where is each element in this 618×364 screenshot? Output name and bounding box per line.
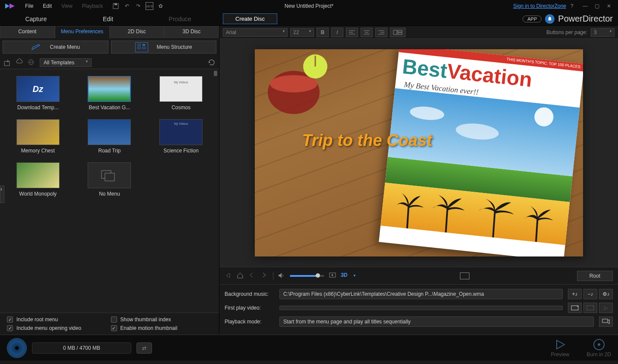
save-icon[interactable] [112,2,120,10]
template-item-dz[interactable]: DzDownload Temp... [9,76,67,111]
template-label: Memory Chest [9,148,67,154]
sub-tab-content[interactable]: Content [0,26,55,38]
buttons-per-page-dropdown[interactable]: 3 [591,28,615,37]
template-label: World Monopoly [9,191,67,197]
playback-mode-input[interactable]: Start from the menu page and play all ti… [279,317,594,327]
align-center-button[interactable] [361,28,373,37]
template-item-nomenu[interactable]: No Menu [80,162,139,197]
template-item-vacation[interactable]: Best Vacation G... [80,76,139,111]
display-mode-icon[interactable] [460,272,469,279]
bold-button[interactable]: B [317,28,329,37]
signin-link[interactable]: Sign in to DirectorZone [513,3,566,9]
svg-rect-25 [398,33,402,35]
mode-tab-capture[interactable]: Capture [0,13,72,25]
template-label: No Menu [80,191,139,197]
align-left-button[interactable] [346,28,358,37]
svg-rect-23 [393,30,397,35]
play-video-button: ▷ [599,303,613,313]
svg-point-30 [409,105,445,121]
menubar: File Edit View Playback ↶ ↷ 16:9 ✿ New U… [0,0,618,12]
template-filter-dropdown[interactable]: All Templates [40,58,92,67]
checkbox-opening-video[interactable] [7,325,13,331]
notification-bell-icon[interactable] [545,14,555,24]
create-menu-button[interactable]: Create Menu [3,41,108,54]
preview-button[interactable]: Preview [551,339,570,358]
play-icon [554,339,566,351]
3d-toggle-icon[interactable]: 3D [341,272,349,280]
add-video-button[interactable]: + [568,303,582,313]
remove-music-button[interactable]: −♪ [583,289,597,299]
font-size-dropdown[interactable]: 22 [290,28,314,37]
first-play-input[interactable] [279,306,563,310]
remove-video-button: − [583,303,597,313]
magazine-graphic: THIS MONTH'S TOPIC: TOP 100 PLACES BestV… [379,49,583,256]
mode-tab-edit[interactable]: Edit [72,13,144,25]
scrollbar[interactable] [214,69,218,313]
menu-playback: Playback [78,1,108,11]
redo-icon[interactable]: ↷ [134,2,142,10]
template-item-roadtrip[interactable]: Road Trip [80,119,139,154]
refresh-icon[interactable] [208,59,216,66]
burn-disc-icon [593,339,605,351]
create-disc-button[interactable]: Create Disc [223,13,277,24]
font-dropdown[interactable]: Arial [223,28,288,37]
template-label: Road Trip [80,148,139,154]
aspect-ratio-icon[interactable]: 16:9 [146,2,153,10]
svg-text:−: − [592,305,594,308]
preview-canvas[interactable]: THIS MONTH'S TOPIC: TOP 100 PLACES BestV… [255,49,583,256]
menu-structure-button[interactable]: Menu Structure [111,41,217,54]
nav-back-icon[interactable] [225,272,232,280]
home-icon[interactable] [237,272,244,280]
template-item-memory[interactable]: Memory Chest [9,119,67,154]
volume-slider[interactable] [290,275,324,277]
buttons-per-page-label: Buttons per page: [546,29,587,35]
menu-structure-label: Menu Structure [157,44,192,50]
template-item-cosmos[interactable]: My VideosCosmos [152,76,210,111]
italic-button[interactable]: I [331,28,343,37]
undo-icon[interactable]: ↶ [123,2,131,10]
preview-area: THIS MONTH'S TOPIC: TOP 100 PLACES BestV… [219,39,618,267]
text-toolbar: Arial 22 B I Buttons per page: 3 [219,26,618,39]
template-item-scifi[interactable]: My VideosScience Fiction [152,119,210,154]
prev-icon[interactable] [249,272,257,280]
burn-button[interactable]: Burn in 2D [586,339,611,358]
maximize-icon[interactable]: ▢ [595,3,602,9]
disc-icon[interactable] [7,338,27,358]
help-icon[interactable]: ? [570,3,578,9]
align-right-button[interactable] [375,28,387,37]
preview-label: Preview [551,351,570,358]
volume-icon[interactable] [278,272,285,280]
close-icon[interactable]: ✕ [607,3,615,9]
loop-icon[interactable] [329,272,336,280]
template-label: Best Vacation G... [80,104,139,111]
menu-file[interactable]: File [21,1,38,11]
checkbox-root-menu[interactable] [7,317,13,323]
playback-mode-button[interactable] [599,317,613,327]
root-button[interactable]: Root [577,271,613,281]
cloud-icon[interactable] [16,59,23,66]
label-opening-video: Include menu opening video [16,325,81,331]
svg-marker-0 [5,3,10,9]
globe-icon[interactable] [28,59,35,66]
template-item-monopoly[interactable]: World Monopoly [9,162,67,197]
sub-tab-menu-prefs[interactable]: Menu Preferences [55,26,110,38]
first-play-label: First play video: [225,305,274,311]
svg-rect-24 [398,30,402,32]
minimize-icon[interactable]: — [583,3,590,9]
swap-button[interactable]: ⇄ [136,342,152,354]
app-pill[interactable]: APP [523,16,542,22]
add-music-button[interactable]: +♪ [568,289,582,299]
settings-gear-icon[interactable]: ✿ [157,2,165,10]
import-icon[interactable] [3,59,11,66]
menu-edit[interactable]: Edit [38,1,56,11]
app-logo-icon [3,2,16,10]
sub-tab-3d-disc[interactable]: 3D Disc [164,26,219,38]
layout-button[interactable] [390,28,406,37]
preview-title-text[interactable]: Trip to the Coast [302,131,432,150]
checkbox-thumb-index[interactable] [111,317,117,323]
bg-music-input[interactable]: C:\Program Files (x86)\CyberLink\Templat… [279,289,563,299]
next-icon[interactable] [261,272,269,280]
music-settings-button[interactable]: ⚙♪ [599,289,613,299]
sub-tab-2d-disc[interactable]: 2D Disc [110,26,165,38]
checkbox-motion-thumb[interactable] [111,325,117,331]
